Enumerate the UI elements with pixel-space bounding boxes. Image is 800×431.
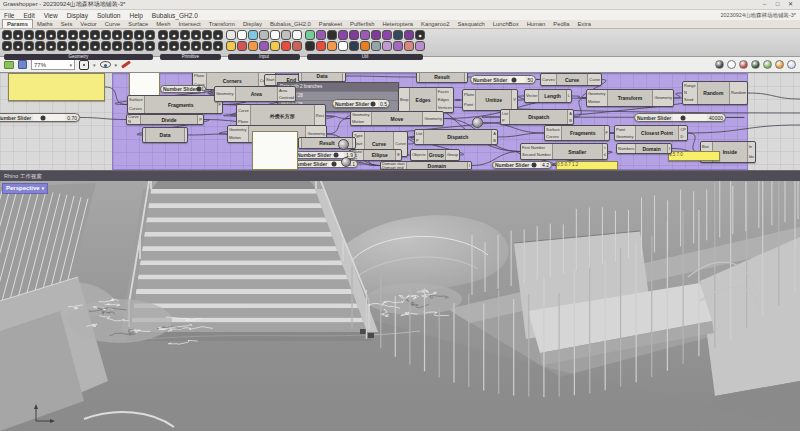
ribbon-icon[interactable]: ◆	[13, 30, 23, 40]
tab-display[interactable]: Display	[239, 20, 266, 28]
ribbon-icon[interactable]: ◆	[202, 41, 212, 51]
gh-knob-node[interactable]	[338, 139, 349, 150]
ribbon-icon[interactable]	[327, 41, 337, 51]
gh-panel[interactable]: 0.5 0.7 1.2	[556, 161, 618, 170]
gh-panel[interactable]: 3.5 7.0	[668, 151, 720, 161]
ribbon-icon[interactable]: ◆	[112, 41, 122, 51]
ribbon-icon[interactable]	[259, 41, 269, 51]
ribbon-icon[interactable]: ◆	[191, 41, 201, 51]
menu-view[interactable]: View	[44, 12, 58, 19]
ribbon-icon[interactable]	[415, 41, 425, 51]
ribbon-icon[interactable]: ◆	[90, 30, 100, 40]
preview-eye-icon[interactable]	[100, 61, 111, 68]
number-slider[interactable]: Number Slider0.5	[332, 99, 390, 108]
ribbon-icon[interactable]: ◆	[158, 41, 168, 51]
gh-node-Smaller[interactable]: First NumberSecond NumberSmaller<≤	[520, 143, 608, 160]
zoom-extents-icon[interactable]	[79, 60, 89, 70]
ribbon-icon[interactable]: ◆	[46, 41, 56, 51]
gh-node-Length[interactable]: VectorLengthL	[524, 89, 572, 103]
ribbon-icon[interactable]	[270, 41, 280, 51]
tab-sets[interactable]: Sets	[57, 20, 77, 28]
gh-node-Fragments[interactable]: SurfaceCurvesFragmentsF	[544, 125, 610, 141]
ribbon-icon[interactable]	[305, 30, 315, 40]
ribbon-icon[interactable]	[360, 30, 370, 40]
ribbon-icon[interactable]: ◆	[169, 41, 179, 51]
ribbon-icon[interactable]: ◆	[90, 41, 100, 51]
gh-node-Edges[interactable]: BrepEdgesFacesEdgesVertices	[398, 87, 454, 113]
ribbon-icon[interactable]: ◆	[13, 41, 23, 51]
ribbon-icon[interactable]: ◆	[415, 30, 425, 40]
ribbon-icon[interactable]	[237, 41, 247, 51]
ribbon-icon[interactable]: ◆	[24, 30, 34, 40]
tab-human[interactable]: Human	[523, 20, 550, 28]
gh-panel[interactable]	[252, 131, 298, 170]
ribbon-icon[interactable]	[393, 30, 403, 40]
ribbon-icon[interactable]: ◆	[68, 41, 78, 51]
tab-extra[interactable]: Extra	[573, 20, 595, 28]
ribbon-icon[interactable]	[305, 41, 315, 51]
ribbon-icon[interactable]	[327, 30, 337, 40]
ribbon-icon[interactable]: ◆	[24, 41, 34, 51]
ribbon-icon[interactable]: ◆	[2, 41, 12, 51]
gh-node-Ellipse[interactable]: PlaneR1R2EllipseE	[350, 149, 402, 161]
ribbon-icon[interactable]: ◆	[134, 30, 144, 40]
ribbon-icon[interactable]	[382, 41, 392, 51]
tab-kangaroo2[interactable]: Kangaroo2	[417, 20, 453, 28]
ribbon-icon[interactable]	[248, 30, 258, 40]
open-file-icon[interactable]	[4, 61, 14, 69]
display-red-material-icon[interactable]	[739, 60, 748, 69]
ribbon-icon[interactable]	[237, 30, 247, 40]
number-slider[interactable]: Number Slider50	[470, 75, 536, 84]
gh-node-Group[interactable]: ObjectsGroupGroup	[410, 149, 460, 161]
gh-node-Result[interactable]: Result	[416, 73, 468, 83]
gh-node-Curve[interactable]: CurvesCurveCurve	[540, 73, 602, 86]
ribbon-group-label[interactable]: Input	[228, 54, 300, 60]
slider-handle[interactable]	[40, 115, 45, 120]
gh-panel[interactable]	[8, 73, 105, 101]
sketch-pen-icon[interactable]	[121, 60, 131, 68]
display-blue-material-icon[interactable]	[787, 60, 796, 69]
gh-node-Domain[interactable]: Domain startDomain endDomainI	[380, 161, 472, 170]
display-darkgreen-material-icon[interactable]	[751, 60, 760, 69]
ribbon-icon[interactable]: ◆	[213, 41, 223, 51]
slider-handle[interactable]	[197, 87, 202, 92]
gh-node-Move[interactable]: GeometryMotionMoveGeometry	[350, 111, 444, 126]
display-shaded-icon[interactable]	[715, 60, 724, 69]
slider-track[interactable]	[33, 114, 65, 121]
ribbon-icon[interactable]	[259, 30, 269, 40]
ribbon-group-label[interactable]: Geometry	[4, 54, 153, 60]
ribbon-icon[interactable]	[281, 30, 291, 40]
gh-panel[interactable]	[129, 73, 160, 97]
gh-node-Data[interactable]: Data	[298, 73, 346, 82]
slider-track[interactable]	[371, 100, 378, 107]
tab-curve[interactable]: Curve	[101, 20, 124, 28]
slider-track[interactable]	[531, 162, 540, 168]
ribbon-icon[interactable]: ◆	[145, 30, 155, 40]
slider-handle[interactable]	[681, 115, 686, 120]
minimize-button[interactable]: –	[758, 0, 771, 9]
gh-node-Dispatch[interactable]: ListPDispatchAB	[500, 109, 574, 125]
slider-handle[interactable]	[512, 77, 517, 82]
slider-track[interactable]	[509, 76, 525, 83]
ribbon-icon[interactable]	[349, 30, 359, 40]
ribbon-icon[interactable]: ◆	[79, 41, 89, 51]
number-slider[interactable]: Number Slider12	[160, 85, 206, 93]
tab-bubalus-gh2-0[interactable]: Bubalus_GH2.0	[266, 20, 315, 28]
ribbon-icon[interactable]: ◆	[46, 30, 56, 40]
viewport-tab-perspective[interactable]: Perspective ▾	[2, 183, 48, 194]
gh-node-Unitize[interactable]: PlanePointUnitizeV	[462, 89, 518, 111]
gh-node-Dispatch[interactable]: ListPDispatchAB	[414, 129, 498, 145]
number-slider[interactable]: Number Slider0.70	[0, 113, 80, 122]
ribbon-icon[interactable]	[371, 30, 381, 40]
tab-sasquatch[interactable]: Sasquatch	[453, 20, 488, 28]
gh-node-Fragments[interactable]: SurfaceCurvesFragmentsF	[127, 95, 223, 114]
ribbon-icon[interactable]	[338, 30, 348, 40]
display-wireframe-icon[interactable]	[727, 60, 736, 69]
menu-solution[interactable]: Solution	[97, 12, 121, 19]
slider-handle[interactable]	[332, 162, 337, 167]
grasshopper-canvas[interactable]: PlaneCurveCornersCornersStartEndDataSurf…	[0, 73, 800, 170]
ribbon-icon[interactable]: ◆	[123, 30, 133, 40]
ribbon-icon[interactable]: ◆	[35, 41, 45, 51]
maximize-button[interactable]: □	[771, 0, 784, 9]
tab-pedlla[interactable]: Pedlla	[549, 20, 573, 28]
